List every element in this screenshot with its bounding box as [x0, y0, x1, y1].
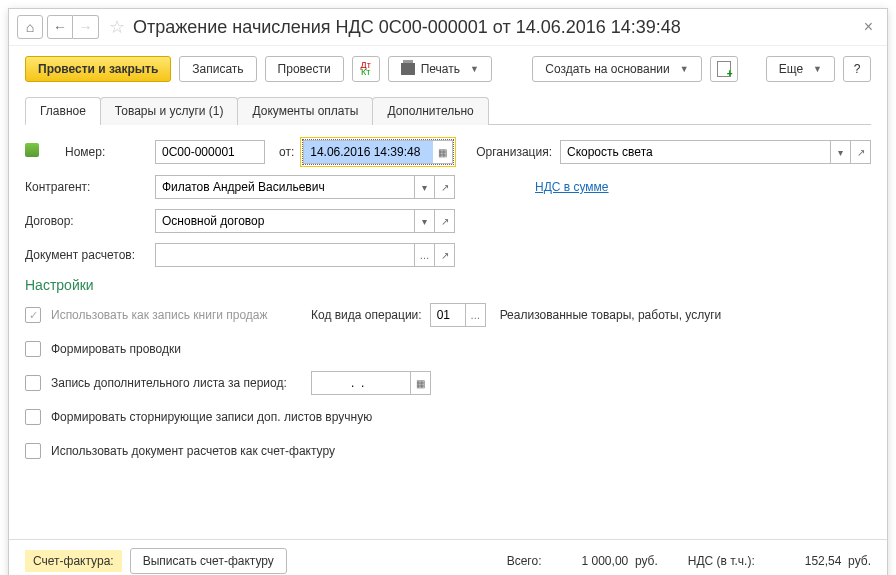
tab-goods[interactable]: Товары и услуги (1) — [100, 97, 239, 125]
home-button[interactable]: ⌂ — [17, 15, 43, 39]
document-icon — [717, 61, 731, 77]
tab-main[interactable]: Главное — [25, 97, 101, 125]
counterparty-open[interactable]: ↗ — [435, 175, 455, 199]
total-label: Всего: — [507, 554, 542, 568]
forward-button[interactable]: → — [73, 15, 99, 39]
close-button[interactable]: × — [858, 18, 879, 36]
date-input-group: ▦ — [302, 139, 454, 165]
create-based-on-button[interactable]: Создать на основании ▼ — [532, 56, 701, 82]
cb-use-settlement-invoice[interactable] — [25, 443, 41, 459]
vat-label: НДС (в т.ч.): — [688, 554, 755, 568]
extra-period-input[interactable] — [311, 371, 411, 395]
based-on-label: Создать на основании — [545, 62, 670, 76]
org-open[interactable]: ↗ — [851, 140, 871, 164]
contract-input[interactable] — [155, 209, 415, 233]
extra-period-calendar[interactable]: ▦ — [411, 371, 431, 395]
cb-sales-book[interactable]: ✓ — [25, 307, 41, 323]
cb-storno[interactable] — [25, 409, 41, 425]
cb-form-postings[interactable] — [25, 341, 41, 357]
printer-icon — [401, 63, 415, 75]
more-button[interactable]: Еще ▼ — [766, 56, 835, 82]
label-counterparty: Контрагент: — [25, 180, 155, 194]
op-code-input[interactable] — [430, 303, 466, 327]
settings-section-title: Настройки — [25, 277, 871, 293]
chevron-down-icon: ▼ — [680, 64, 689, 74]
label-invoice: Счет-фактура: — [25, 550, 122, 572]
label-contract: Договор: — [25, 214, 155, 228]
date-input[interactable] — [303, 140, 433, 164]
org-dropdown[interactable]: ▾ — [831, 140, 851, 164]
cb-extra-sheet[interactable] — [25, 375, 41, 391]
vat-in-sum-link[interactable]: НДС в сумме — [535, 180, 609, 194]
form-main: Номер: от: ▦ Организация: ▾ ↗ Контрагент… — [9, 125, 887, 539]
contract-dropdown[interactable]: ▾ — [415, 209, 435, 233]
dt-kt-button[interactable]: ДтКт — [352, 56, 380, 82]
total-value: 1 000,00 — [582, 554, 629, 568]
number-input[interactable] — [155, 140, 265, 164]
label-sales-book: Использовать как запись книги продаж — [51, 308, 311, 322]
back-button[interactable]: ← — [47, 15, 73, 39]
tab-extra[interactable]: Дополнительно — [372, 97, 488, 125]
label-settlement-doc: Документ расчетов: — [25, 248, 155, 262]
label-org: Организация: — [476, 145, 552, 159]
label-extra-sheet: Запись дополнительного листа за период: — [51, 376, 311, 390]
label-op-type: Код вида операции: — [311, 308, 422, 322]
print-label: Печать — [421, 62, 460, 76]
vat-currency: руб. — [848, 554, 871, 568]
window: ⌂ ← → ☆ Отражение начисления НДС 0С00-00… — [8, 8, 888, 575]
settlement-doc-input[interactable] — [155, 243, 415, 267]
contract-open[interactable]: ↗ — [435, 209, 455, 233]
favorite-icon[interactable]: ☆ — [109, 16, 125, 38]
label-number: Номер: — [65, 145, 155, 159]
more-label: Еще — [779, 62, 803, 76]
settlement-doc-open[interactable]: ↗ — [435, 243, 455, 267]
label-storno: Формировать сторнирующие записи доп. лис… — [51, 410, 372, 424]
tab-payments[interactable]: Документы оплаты — [237, 97, 373, 125]
op-desc: Реализованные товары, работы, услуги — [500, 308, 722, 322]
toolbar: Провести и закрыть Записать Провести ДтК… — [9, 46, 887, 96]
post-button[interactable]: Провести — [265, 56, 344, 82]
totals: Всего: 1 000,00 руб. НДС (в т.ч.): 152,5… — [507, 554, 871, 568]
print-button[interactable]: Печать ▼ — [388, 56, 492, 82]
write-invoice-button[interactable]: Выписать счет-фактуру — [130, 548, 287, 574]
help-button[interactable]: ? — [843, 56, 871, 82]
label-from: от: — [279, 145, 294, 159]
titlebar: ⌂ ← → ☆ Отражение начисления НДС 0С00-00… — [9, 9, 887, 46]
post-and-close-button[interactable]: Провести и закрыть — [25, 56, 171, 82]
label-use-settlement-invoice: Использовать документ расчетов как счет-… — [51, 444, 335, 458]
counterparty-input[interactable] — [155, 175, 415, 199]
tabs: Главное Товары и услуги (1) Документы оп… — [25, 96, 871, 125]
vat-value: 152,54 — [805, 554, 842, 568]
label-form-postings: Формировать проводки — [51, 342, 181, 356]
settlement-doc-select[interactable]: … — [415, 243, 435, 267]
footer: Счет-фактура: Выписать счет-фактуру Всег… — [9, 539, 887, 575]
document-status-icon — [25, 143, 43, 161]
window-title: Отражение начисления НДС 0С00-000001 от … — [133, 17, 858, 38]
save-button[interactable]: Записать — [179, 56, 256, 82]
new-document-button[interactable] — [710, 56, 738, 82]
org-input[interactable] — [560, 140, 831, 164]
op-code-select[interactable]: … — [466, 303, 486, 327]
chevron-down-icon: ▼ — [470, 64, 479, 74]
total-currency: руб. — [635, 554, 658, 568]
calendar-button[interactable]: ▦ — [433, 140, 453, 164]
chevron-down-icon: ▼ — [813, 64, 822, 74]
counterparty-dropdown[interactable]: ▾ — [415, 175, 435, 199]
